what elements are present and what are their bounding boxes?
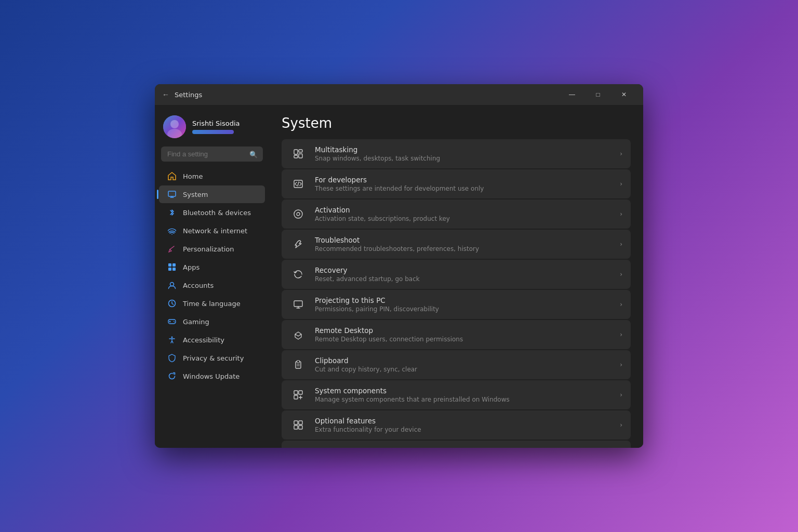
svg-rect-18 [299, 150, 302, 152]
sidebar-item-label: Home [183, 172, 203, 180]
personalization-nav-icon [167, 244, 177, 254]
setting-text-developers: For developers These settings are intend… [315, 176, 611, 192]
setting-desc-multitasking: Snap windows, desktops, task switching [315, 155, 611, 162]
sidebar-item-label: Gaming [183, 318, 209, 326]
svg-rect-20 [294, 155, 298, 158]
update-nav-icon [167, 371, 177, 381]
chevron-icon-recovery: › [620, 271, 622, 278]
chevron-icon-activation: › [620, 210, 622, 218]
setting-item-optional[interactable]: Optional features Extra functionality fo… [282, 410, 631, 440]
setting-item-activation[interactable]: Activation Activation state, subscriptio… [282, 200, 631, 229]
sidebar-item-label: Network & internet [183, 227, 247, 235]
user-section[interactable]: Srishti Sisodia [155, 110, 269, 147]
sidebar-item-personalization[interactable]: Personalization [159, 240, 265, 258]
svg-point-23 [294, 210, 302, 218]
svg-point-1 [170, 120, 179, 128]
gaming-nav-icon [167, 317, 177, 326]
setting-label-activation: Activation [315, 206, 611, 214]
svg-rect-37 [294, 421, 298, 424]
setting-label-troubleshoot: Troubleshoot [315, 236, 611, 244]
setting-item-remote[interactable]: Remote Desktop Remote Desktop users, con… [282, 320, 631, 349]
window-title: Settings [175, 91, 560, 99]
chevron-icon-clipboard: › [620, 361, 622, 368]
setting-label-components: System components [315, 387, 611, 395]
setting-desc-projecting: Permissions, pairing PIN, discoverabilit… [315, 305, 611, 313]
setting-item-multitasking[interactable]: Multitasking Snap windows, desktops, tas… [282, 139, 631, 168]
avatar [163, 115, 186, 138]
page-title: System [282, 115, 631, 131]
developers-icon [290, 176, 307, 192]
svg-rect-32 [294, 391, 298, 394]
search-box: 🔍 [161, 147, 263, 162]
components-icon [290, 387, 307, 403]
setting-text-remote: Remote Desktop Remote Desktop users, con… [315, 326, 611, 343]
home-nav-icon [167, 171, 177, 181]
window-content: Srishti Sisodia 🔍 Home System Bluetooth … [155, 105, 643, 448]
setting-label-developers: For developers [315, 176, 611, 184]
svg-point-16 [171, 337, 173, 338]
setting-label-recovery: Recovery [315, 266, 611, 274]
search-input[interactable] [161, 147, 263, 162]
sidebar-item-label: Apps [183, 263, 200, 271]
setting-item-components[interactable]: System components Manage system componen… [282, 380, 631, 409]
settings-window: ← Settings — □ ✕ [155, 84, 643, 448]
time-nav-icon [167, 299, 177, 308]
search-icon: 🔍 [249, 150, 258, 158]
sidebar-item-gaming[interactable]: Gaming [159, 313, 265, 330]
sidebar-item-label: Accounts [183, 282, 214, 289]
user-name: Srishti Sisodia [192, 119, 261, 127]
apps-nav-icon [167, 262, 177, 272]
setting-label-remote: Remote Desktop [315, 326, 611, 335]
svg-rect-8 [172, 268, 176, 271]
setting-item-projecting[interactable]: Projecting to this PC Permissions, pairi… [282, 290, 631, 319]
svg-point-9 [170, 283, 174, 286]
sidebar-item-system[interactable]: System [159, 185, 265, 203]
system-nav-icon [167, 190, 177, 199]
user-tag [192, 130, 234, 134]
setting-desc-components: Manage system components that are preins… [315, 396, 611, 403]
svg-point-24 [297, 212, 300, 216]
optional-icon [290, 417, 307, 433]
sidebar-item-update[interactable]: Windows Update [159, 367, 265, 385]
accounts-nav-icon [167, 281, 177, 290]
svg-line-4 [170, 246, 174, 249]
maximize-button[interactable]: □ [586, 86, 610, 103]
recovery-icon [290, 266, 307, 283]
user-info: Srishti Sisodia [192, 119, 261, 134]
svg-point-15 [174, 322, 175, 323]
sidebar-item-privacy[interactable]: Privacy & security [159, 349, 265, 367]
setting-text-optional: Optional features Extra functionality fo… [315, 417, 611, 433]
sidebar-item-network[interactable]: Network & internet [159, 222, 265, 240]
sidebar-item-accounts[interactable]: Accounts [159, 276, 265, 294]
sidebar-item-home[interactable]: Home [159, 167, 265, 185]
setting-item-about[interactable]: About Device specifications, rename PC, … [282, 441, 631, 448]
sidebar-item-apps[interactable]: Apps [159, 258, 265, 276]
setting-item-clipboard[interactable]: Clipboard Cut and copy history, sync, cl… [282, 350, 631, 379]
setting-desc-clipboard: Cut and copy history, sync, clear [315, 366, 611, 373]
setting-item-developers[interactable]: For developers These settings are intend… [282, 169, 631, 198]
network-nav-icon [167, 226, 177, 235]
close-button[interactable]: ✕ [612, 86, 636, 103]
setting-label-multitasking: Multitasking [315, 145, 611, 154]
chevron-icon-multitasking: › [620, 150, 622, 157]
sidebar-item-time[interactable]: Time & language [159, 295, 265, 312]
remote-icon [290, 326, 307, 343]
sidebar: Srishti Sisodia 🔍 Home System Bluetooth … [155, 105, 269, 448]
chevron-icon-optional: › [620, 421, 622, 429]
projecting-icon [290, 296, 307, 313]
setting-text-troubleshoot: Troubleshoot Recommended troubleshooters… [315, 236, 611, 252]
titlebar: ← Settings — □ ✕ [155, 84, 643, 105]
sidebar-item-bluetooth[interactable]: Bluetooth & devices [159, 204, 265, 221]
accessibility-nav-icon [167, 335, 177, 344]
activation-icon [290, 206, 307, 222]
sidebar-item-accessibility[interactable]: Accessibility [159, 331, 265, 349]
sidebar-item-label: System [183, 191, 208, 198]
setting-desc-activation: Activation state, subscriptions, product… [315, 215, 611, 222]
setting-item-recovery[interactable]: Recovery Reset, advanced startup, go bac… [282, 260, 631, 289]
back-button[interactable]: ← [162, 90, 169, 99]
setting-desc-troubleshoot: Recommended troubleshooters, preferences… [315, 245, 611, 252]
settings-list: Multitasking Snap windows, desktops, tas… [282, 139, 631, 448]
setting-item-troubleshoot[interactable]: Troubleshoot Recommended troubleshooters… [282, 230, 631, 259]
nav-list: Home System Bluetooth & devices Network … [155, 167, 269, 385]
minimize-button[interactable]: — [560, 86, 584, 103]
